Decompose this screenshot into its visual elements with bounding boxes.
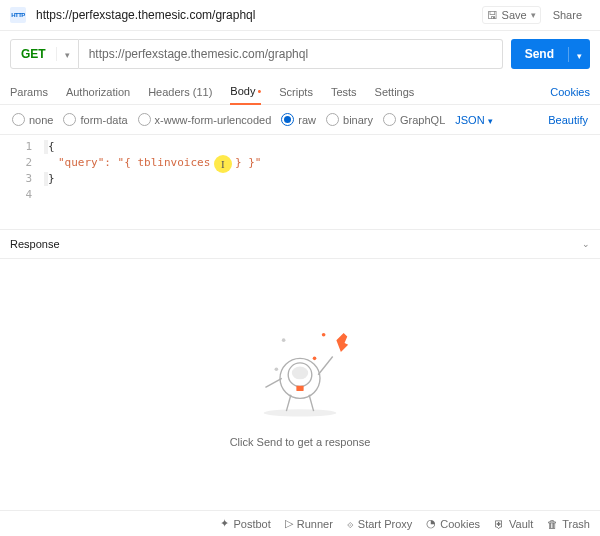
editor-code[interactable]: { "query": "{ tblinvoices I } }" } <box>38 135 600 229</box>
send-chevron-down-icon[interactable]: ▾ <box>568 47 590 62</box>
save-button-group[interactable]: 🖫 Save ▾ <box>482 6 541 24</box>
tab-tests[interactable]: Tests <box>331 80 357 104</box>
svg-point-0 <box>264 409 337 416</box>
svg-line-10 <box>265 378 281 387</box>
save-icon: 🖫 <box>487 9 498 21</box>
send-label: Send <box>511 47 568 61</box>
tab-headers[interactable]: Headers (11) <box>148 80 212 104</box>
radio-binary[interactable]: binary <box>326 113 373 126</box>
response-hint: Click Send to get a response <box>230 436 371 448</box>
radio-none[interactable]: none <box>12 113 53 126</box>
header-url: https://perfexstage.themesic.com/graphql <box>34 8 474 22</box>
request-row: GET ▾ Send ▾ <box>0 31 600 77</box>
footer-trash[interactable]: 🗑Trash <box>547 518 590 530</box>
send-button[interactable]: Send ▾ <box>511 39 590 69</box>
save-label: Save <box>502 9 527 21</box>
response-chevron-down-icon[interactable]: ⌄ <box>582 239 590 249</box>
request-tabs: Params Authorization Headers (11) Body• … <box>0 77 600 105</box>
method-select[interactable]: GET <box>11 47 56 61</box>
svg-point-4 <box>275 367 279 371</box>
footer-cookies[interactable]: ◔Cookies <box>426 517 480 530</box>
response-panel-body: Click Send to get a response <box>0 259 600 510</box>
status-bar: ✦Postbot ▷Runner ⟐Start Proxy ◔Cookies ⛨… <box>0 510 600 536</box>
svg-point-7 <box>292 366 308 379</box>
footer-postbot[interactable]: ✦Postbot <box>220 517 270 530</box>
header-bar: HTTP https://perfexstage.themesic.com/gr… <box>0 0 600 31</box>
tab-body[interactable]: Body• <box>230 79 261 105</box>
svg-line-11 <box>318 356 333 374</box>
svg-rect-12 <box>296 385 303 390</box>
response-panel-header: Response ⌄ <box>0 230 600 259</box>
vault-icon: ⛨ <box>494 518 505 530</box>
svg-point-3 <box>282 338 286 342</box>
tab-settings[interactable]: Settings <box>375 80 415 104</box>
radio-urlencoded[interactable]: x-www-form-urlencoded <box>138 113 272 126</box>
header-actions: 🖫 Save ▾ Share <box>482 6 590 24</box>
tab-authorization[interactable]: Authorization <box>66 80 130 104</box>
runner-icon: ▷ <box>285 517 293 530</box>
response-title: Response <box>10 238 60 250</box>
proxy-icon: ⟐ <box>347 518 354 530</box>
body-format-select[interactable]: JSON ▾ <box>455 114 492 126</box>
beautify-link[interactable]: Beautify <box>548 114 588 126</box>
svg-point-1 <box>322 332 326 336</box>
footer-start-proxy[interactable]: ⟐Start Proxy <box>347 518 412 530</box>
svg-line-8 <box>286 394 291 410</box>
footer-vault[interactable]: ⛨Vault <box>494 518 533 530</box>
url-input[interactable] <box>79 39 503 69</box>
share-button[interactable]: Share <box>545 6 590 24</box>
trash-icon: 🗑 <box>547 518 558 530</box>
code-text: "query": "{ tblinvoices <box>58 156 217 169</box>
postbot-icon: ✦ <box>220 517 229 530</box>
svg-point-2 <box>313 356 317 360</box>
save-chevron-down-icon[interactable]: ▾ <box>531 10 536 20</box>
method-chevron-down-icon[interactable]: ▾ <box>56 47 78 61</box>
cookie-icon: ◔ <box>426 517 436 530</box>
method-select-group[interactable]: GET ▾ <box>10 39 79 69</box>
cookies-link[interactable]: Cookies <box>550 86 590 98</box>
body-options-row: none form-data x-www-form-urlencoded raw… <box>0 105 600 135</box>
editor-gutter: 1 2 3 4 <box>0 135 38 229</box>
svg-line-9 <box>309 394 314 410</box>
code-editor[interactable]: 1 2 3 4 { "query": "{ tblinvoices I } }"… <box>0 135 600 230</box>
tab-scripts[interactable]: Scripts <box>279 80 313 104</box>
radio-raw[interactable]: raw <box>281 113 316 126</box>
body-dirty-dot-icon: • <box>257 85 261 97</box>
http-badge-icon: HTTP <box>10 7 26 23</box>
radio-graphql[interactable]: GraphQL <box>383 113 445 126</box>
astronaut-illustration-icon <box>235 322 365 422</box>
footer-runner[interactable]: ▷Runner <box>285 517 333 530</box>
radio-form-data[interactable]: form-data <box>63 113 127 126</box>
tab-params[interactable]: Params <box>10 80 48 104</box>
